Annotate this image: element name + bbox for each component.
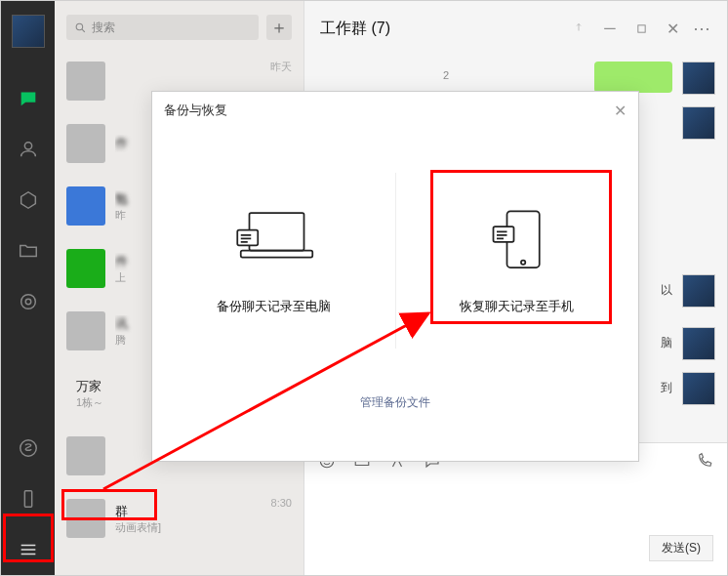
message-text: 以 <box>661 282 672 299</box>
chat-avatar <box>66 311 105 350</box>
chat-avatar <box>66 124 105 163</box>
svg-point-5 <box>76 23 83 30</box>
miniprogram-icon[interactable] <box>17 436 40 460</box>
message-text: 到 <box>661 380 672 396</box>
manage-backup-link[interactable]: 管理备份文件 <box>360 395 430 409</box>
message-avatar[interactable] <box>682 62 715 95</box>
message-avatar[interactable] <box>682 274 715 308</box>
backup-to-computer-option[interactable]: 备份聊天记录至电脑 <box>152 129 395 392</box>
more-icon[interactable] <box>17 538 40 561</box>
chat-avatar <box>66 436 105 475</box>
svg-rect-4 <box>24 491 31 508</box>
call-icon[interactable] <box>696 452 713 470</box>
message-avatar[interactable] <box>682 327 715 360</box>
files-icon[interactable] <box>17 239 40 263</box>
chat-avatar <box>66 62 105 101</box>
chat-avatar <box>66 499 105 538</box>
chat-avatar <box>66 186 105 226</box>
unread-count: 2 <box>443 69 449 81</box>
chat-time: 8:30 <box>271 497 292 509</box>
svg-rect-6 <box>637 24 644 31</box>
moments-icon[interactable] <box>17 290 40 313</box>
svg-point-3 <box>20 440 36 457</box>
search-placeholder: 搜索 <box>92 20 115 36</box>
add-button[interactable]: ＋ <box>266 15 292 40</box>
dialog-title: 备份与恢复 <box>164 102 227 119</box>
chat-time: 昨天 <box>270 60 292 74</box>
svg-point-0 <box>24 143 31 149</box>
svg-point-2 <box>25 299 31 305</box>
message-avatar[interactable] <box>682 372 715 405</box>
conversation-title: 工作群 (7) <box>320 19 390 39</box>
message-bubble <box>594 62 672 93</box>
input-bar: 发送(S) <box>304 442 727 575</box>
search-icon <box>74 21 87 34</box>
svg-rect-11 <box>241 251 313 258</box>
backup-label: 备份聊天记录至电脑 <box>217 298 331 315</box>
chat-avatar <box>66 249 105 288</box>
chat-name: 群 <box>115 503 262 520</box>
message-text: 脑 <box>661 335 672 351</box>
chat-item[interactable]: 群动画表情]8:30 <box>55 487 303 550</box>
search-input[interactable]: 搜索 <box>66 15 259 40</box>
maximize-button[interactable] <box>634 21 648 35</box>
restore-label: 恢复聊天记录至手机 <box>460 298 574 315</box>
close-window-button[interactable]: ✕ <box>666 21 679 35</box>
contacts-icon[interactable] <box>17 138 40 161</box>
conversation-more-icon[interactable]: ⋯ <box>693 18 711 39</box>
svg-point-1 <box>20 295 35 309</box>
chat-preview: 动画表情] <box>115 520 262 535</box>
computer-icon <box>229 206 317 274</box>
minimize-button[interactable]: ─ <box>603 21 617 35</box>
chat-icon[interactable] <box>17 87 40 110</box>
phone-icon[interactable] <box>17 487 40 511</box>
pin-icon[interactable] <box>572 21 586 35</box>
svg-point-14 <box>521 261 525 265</box>
phone-restore-icon <box>473 206 561 274</box>
left-rail <box>1 1 55 575</box>
user-avatar[interactable] <box>12 15 45 48</box>
send-button[interactable]: 发送(S) <box>649 535 713 561</box>
dialog-close-button[interactable]: ✕ <box>614 102 627 120</box>
restore-to-phone-option[interactable]: 恢复聊天记录至手机 <box>396 129 639 392</box>
favorites-icon[interactable] <box>17 188 40 212</box>
backup-restore-dialog: 备份与恢复 ✕ 备份聊天记录至电脑 恢复聊天记录至手机 管理备份文件 <box>151 91 639 462</box>
message-avatar[interactable] <box>682 106 715 140</box>
